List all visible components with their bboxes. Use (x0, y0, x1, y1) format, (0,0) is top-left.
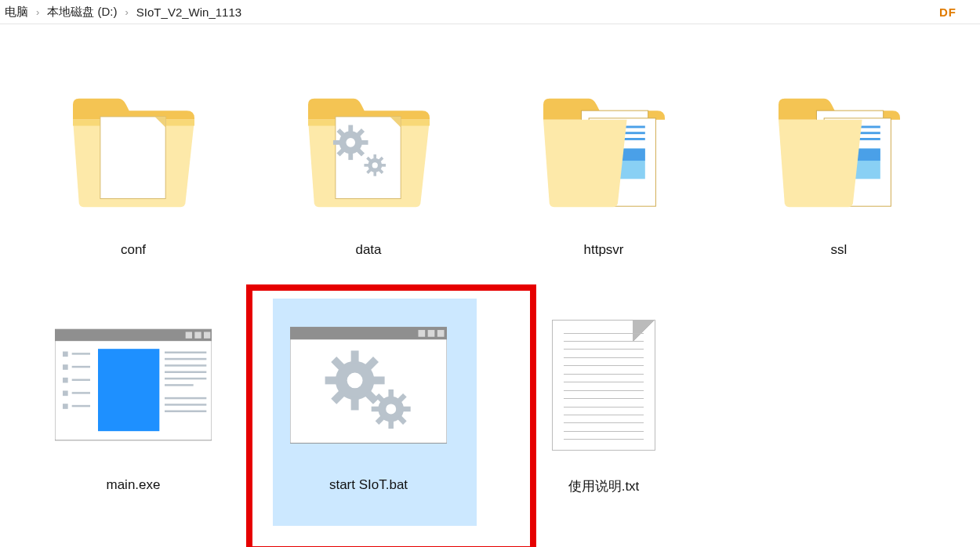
item-label: ssl (831, 242, 848, 258)
folder-data[interactable]: data (251, 56, 486, 291)
folder-docs-icon (525, 71, 682, 228)
item-label: data (355, 242, 381, 258)
file-readme-txt[interactable]: 使用说明.txt (486, 291, 721, 526)
folder-gears-icon (290, 71, 447, 228)
chevron-right-icon: › (119, 6, 135, 18)
breadcrumb-folder[interactable]: SIoT_V2_Win_1113 (135, 5, 243, 19)
chevron-right-icon: › (30, 6, 45, 18)
item-label: main.exe (107, 477, 161, 493)
folder-httpsvr[interactable]: httpsvr (486, 56, 721, 291)
item-label: start SIoT.bat (329, 477, 408, 493)
breadcrumb-drive[interactable]: 本地磁盘 (D:) (45, 5, 118, 20)
bat-icon (290, 306, 447, 463)
breadcrumb[interactable]: 电脑 › 本地磁盘 (D:) › SIoT_V2_Win_1113 DF (0, 0, 980, 24)
item-label: httpsvr (583, 242, 623, 258)
item-label: 使用说明.txt (568, 477, 640, 495)
text-file-icon (525, 306, 682, 463)
folder-ssl[interactable]: ssl (721, 56, 956, 291)
folder-icon (55, 71, 212, 228)
df-badge: DF (939, 5, 956, 19)
breadcrumb-pc[interactable]: 电脑 (3, 5, 30, 20)
folder-docs-icon (760, 71, 917, 228)
folder-conf[interactable]: conf (16, 56, 251, 291)
file-grid: conf data httpsvr ssl main.exe star (0, 24, 980, 526)
exe-icon (55, 306, 212, 463)
file-start-siot-bat[interactable]: start SIoT.bat (251, 291, 486, 526)
item-label: conf (121, 242, 146, 258)
file-main-exe[interactable]: main.exe (16, 291, 251, 526)
